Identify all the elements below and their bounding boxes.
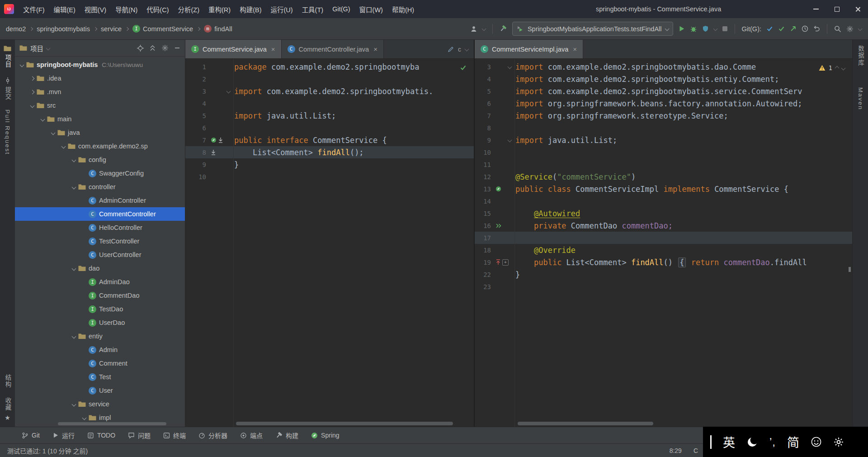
build-project-button[interactable] — [500, 25, 507, 33]
tool-window-button-问题[interactable]: 问题 — [128, 431, 151, 440]
code-line-1[interactable]: 1package com.example.demo2.springbootmyb… — [185, 61, 474, 73]
tool-stripe-bottom-0[interactable]: 结构 — [3, 374, 12, 388]
chevron-down-icon[interactable] — [72, 334, 76, 338]
chevron-down-icon[interactable] — [72, 402, 76, 406]
code-line-8[interactable]: 8 List<Comment> findAll(); — [185, 146, 474, 158]
code-with-me-user-icon[interactable] — [470, 25, 477, 33]
breadcrumb-service[interactable]: service — [99, 25, 123, 33]
moon-icon[interactable] — [746, 436, 758, 448]
tool-stripe-item-1[interactable]: 提交 — [3, 77, 12, 100]
tree-item-.mvn[interactable]: .mvn — [15, 85, 185, 99]
rollback-button[interactable] — [813, 25, 820, 32]
fold-chevron-icon[interactable] — [508, 138, 512, 143]
chevron-down-icon[interactable] — [30, 103, 35, 108]
tree-item-SwaggerConfig[interactable]: CSwaggerConfig — [15, 167, 185, 180]
code-line-13[interactable]: 13public class CommentServiceImpl implem… — [475, 183, 852, 195]
project-panel-title[interactable]: 项目 — [30, 43, 43, 53]
gutter[interactable] — [211, 149, 232, 155]
menu-item-11[interactable]: 窗口(W) — [355, 0, 387, 18]
tool-stripe-bottom-1[interactable]: 收藏★ — [3, 397, 12, 421]
tree-item-Admin[interactable]: CAdmin — [15, 343, 185, 357]
tree-item-Test[interactable]: CTest — [15, 370, 185, 384]
menu-item-1[interactable]: 编辑(E) — [49, 0, 80, 18]
panel-settings-button[interactable] — [161, 44, 169, 52]
chevron-down-icon[interactable] — [41, 117, 45, 121]
maximize-button[interactable] — [826, 0, 847, 18]
gutter[interactable] — [211, 137, 232, 143]
gutter[interactable] — [495, 223, 514, 228]
fold-chevron-icon[interactable] — [508, 65, 512, 69]
tree-item-AdminDao[interactable]: IAdminDao — [15, 275, 185, 289]
update-project-button[interactable] — [766, 25, 773, 32]
menu-item-8[interactable]: 运行(U) — [266, 0, 297, 18]
tab-CommentController.java[interactable]: CCommentController.java× — [282, 40, 384, 58]
code-line-6[interactable]: 6 — [185, 122, 474, 134]
code-line-9[interactable]: 9} — [185, 158, 474, 171]
tree-item-springboot-mybatis[interactable]: springboot-mybatisC:\Users\wuwu — [15, 58, 185, 71]
menu-item-7[interactable]: 构建(B) — [235, 0, 266, 18]
tab-CommentServiceImpl.java[interactable]: CCommentServiceImpl.java× — [475, 40, 583, 58]
menu-item-9[interactable]: 工具(T) — [297, 0, 328, 18]
gutter[interactable] — [211, 90, 232, 93]
code-line-7[interactable]: 7import org.springframework.stereotype.S… — [475, 109, 852, 122]
more-run-actions-chevron[interactable] — [713, 27, 717, 31]
code-line-11[interactable]: 11 — [475, 158, 852, 171]
code-line-16[interactable]: 16 private CommentDao commentDao; — [475, 219, 852, 232]
chevron-down-icon[interactable] — [51, 130, 56, 135]
tab-CommentService.java[interactable]: ICommentService.java× — [185, 40, 282, 58]
chevron-down-icon[interactable] — [481, 27, 486, 31]
editor-right-code[interactable]: 1 3import com.example.demo2.springbootmy… — [475, 59, 852, 427]
push-button[interactable] — [790, 25, 797, 32]
stop-button[interactable] — [722, 26, 728, 32]
ime-language-mode[interactable]: 英 — [723, 433, 735, 451]
tree-item-com.example.demo2.sp[interactable]: com.example.demo2.sp — [15, 139, 185, 153]
hide-panel-button[interactable] — [174, 45, 180, 51]
menu-item-0[interactable]: 文件(F) — [19, 0, 49, 18]
menu-item-3[interactable]: 导航(N) — [111, 0, 142, 18]
chevron-down-icon[interactable] — [82, 415, 87, 420]
tree-item-UserController[interactable]: CUserController — [15, 248, 185, 262]
coverage-button[interactable] — [702, 25, 709, 32]
code-line-10[interactable]: 10 — [475, 146, 852, 158]
fold-chevron-icon[interactable] — [226, 89, 231, 94]
commit-button[interactable] — [778, 25, 785, 32]
gutter[interactable] — [495, 65, 514, 68]
code-line-23[interactable]: 23 — [475, 281, 852, 293]
inspections-widget[interactable]: 1 — [819, 64, 845, 71]
breadcrumb-CommentService[interactable]: ICommentService — [131, 25, 194, 33]
menu-item-12[interactable]: 帮助(H) — [387, 0, 419, 18]
code-line-5[interactable]: 5import java.util.List; — [185, 109, 474, 122]
code-line-15[interactable]: 15 @Autowired — [475, 207, 852, 219]
pencil-icon[interactable] — [448, 46, 454, 52]
select-opened-file-button[interactable] — [137, 45, 144, 52]
chevron-down-icon[interactable] — [61, 144, 66, 148]
menu-item-6[interactable]: 重构(R) — [204, 0, 235, 18]
tab-close-icon[interactable]: × — [573, 45, 577, 53]
tool-stripe-item-0[interactable]: 项目 — [3, 45, 12, 68]
horizontal-scrollbar[interactable] — [518, 422, 653, 425]
tree-item-UserDao[interactable]: IUserDao — [15, 316, 185, 329]
tool-window-button-终端[interactable]: 终端 — [163, 431, 186, 440]
tree-item-.idea[interactable]: .idea — [15, 71, 185, 85]
history-button[interactable] — [802, 25, 808, 32]
tree-item-entiy[interactable]: entiy — [15, 329, 185, 343]
chevron-down-icon[interactable] — [72, 157, 76, 162]
tool-stripe-right-1[interactable]: Maven — [857, 87, 864, 110]
tree-item-CommentController[interactable]: CCommentController — [15, 207, 185, 221]
tree-item-dao[interactable]: dao — [15, 262, 185, 275]
code-line-6[interactable]: 6import org.springframework.beans.factor… — [475, 97, 852, 109]
chevron-down-icon[interactable] — [20, 62, 24, 67]
ime-punctuation-mode[interactable]: ’, — [769, 436, 776, 448]
code-line-12[interactable]: 12@Service("commentService") — [475, 171, 852, 183]
tool-window-button-Spring[interactable]: Spring — [311, 432, 339, 439]
breadcrumb-demo2[interactable]: demo2 — [5, 25, 27, 33]
emoji-icon[interactable] — [811, 436, 822, 447]
code-line-17[interactable]: 17 — [475, 232, 852, 244]
code-line-18[interactable]: 18 @Override — [475, 244, 852, 256]
tree-item-TestController[interactable]: CTestController — [15, 234, 185, 248]
hidden-tab-label[interactable]: c — [458, 46, 461, 53]
tab-close-icon[interactable]: × — [373, 45, 377, 53]
chevron-down-icon[interactable] — [46, 46, 51, 50]
breadcrumb-springbootmybatis[interactable]: springbootmybatis — [35, 25, 91, 33]
error-stripe-mark[interactable] — [849, 267, 851, 272]
